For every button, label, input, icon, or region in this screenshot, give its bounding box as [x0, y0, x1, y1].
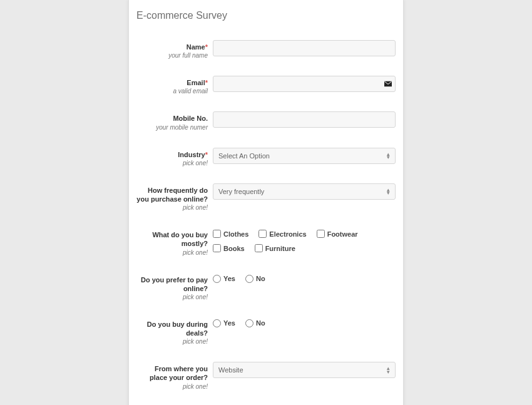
- radio-pay-no[interactable]: No: [245, 275, 265, 283]
- radio-deals-no[interactable]: No: [245, 319, 265, 327]
- label-buy: What do you buy mostly?: [152, 231, 208, 247]
- checkbox-furniture[interactable]: Furniture: [255, 244, 295, 252]
- label-order-from: From where you place your order?: [150, 365, 208, 381]
- deals-options: Yes No: [213, 317, 396, 327]
- hint-industry: pick one!: [135, 160, 208, 167]
- page-title: E-commerce Survey: [136, 10, 397, 21]
- hint-mobile: your mobile numer: [135, 124, 208, 131]
- field-buy: What do you buy mostly? pick one! Clothe…: [135, 228, 397, 256]
- label-email: Email*: [187, 79, 208, 86]
- hint-email: a valid email: [135, 88, 208, 95]
- pay-online-options: Yes No: [213, 273, 396, 283]
- form-panel: E-commerce Survey Name* your full name E…: [128, 0, 404, 405]
- field-name: Name* your full name: [135, 40, 397, 59]
- label-industry: Industry*: [178, 151, 208, 158]
- email-input[interactable]: [213, 76, 396, 92]
- checkbox-books[interactable]: Books: [213, 244, 245, 252]
- frequency-select[interactable]: Very frequently ▴▾: [213, 183, 396, 200]
- field-deals: Do you buy during deals? pick one! Yes N…: [135, 317, 397, 346]
- radio-pay-yes[interactable]: Yes: [213, 275, 235, 283]
- checkbox-clothes[interactable]: Clothes: [213, 230, 248, 238]
- hint-name: your full name: [135, 52, 208, 59]
- updown-icon: ▴▾: [387, 188, 390, 195]
- hint-order-from: pick one!: [135, 383, 208, 391]
- label-name: Name*: [187, 43, 208, 51]
- field-email: Email* a valid email: [135, 76, 397, 95]
- mobile-input[interactable]: [213, 111, 396, 128]
- field-order-from: From where you place your order? pick on…: [135, 362, 397, 390]
- industry-select[interactable]: Select An Option ▴▾: [213, 148, 396, 164]
- label-frequency: How frequently do you purchase online?: [136, 187, 208, 203]
- checkbox-footwear[interactable]: Footwear: [317, 230, 358, 238]
- hint-pay-online: pick one!: [135, 294, 208, 301]
- buy-options: Clothes Electronics Footwear Books Furni…: [213, 228, 396, 252]
- hint-frequency: pick one!: [135, 204, 208, 212]
- field-mobile: Mobile No. your mobile numer: [135, 111, 397, 131]
- order-from-select[interactable]: Website ▴▾: [213, 362, 396, 378]
- updown-icon: ▴▾: [387, 153, 390, 159]
- radio-deals-yes[interactable]: Yes: [213, 319, 235, 327]
- updown-icon: ▴▾: [387, 367, 390, 373]
- field-pay-online: Do you prefer to pay online? pick one! Y…: [135, 273, 397, 301]
- label-mobile: Mobile No.: [173, 115, 208, 122]
- hint-deals: pick one!: [135, 338, 208, 346]
- label-pay-online: Do you prefer to pay online?: [141, 276, 208, 292]
- hint-buy: pick one!: [135, 249, 208, 257]
- field-frequency: How frequently do you purchase online? p…: [135, 183, 397, 212]
- checkbox-electronics[interactable]: Electronics: [258, 230, 306, 238]
- name-input[interactable]: [213, 40, 396, 56]
- mail-icon: [384, 81, 392, 87]
- field-industry: Industry* pick one! Select An Option ▴▾: [135, 148, 397, 167]
- label-deals: Do you buy during deals?: [147, 320, 208, 337]
